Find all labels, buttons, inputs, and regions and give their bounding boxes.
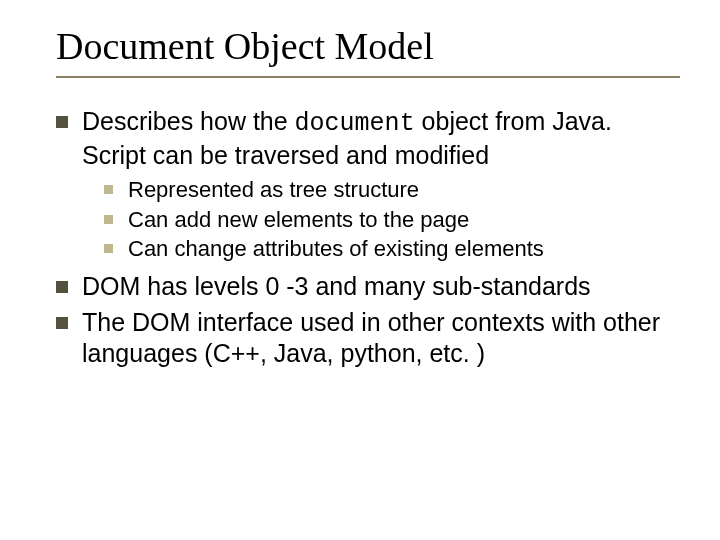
sub-bullet-text: Can add new elements to the page — [128, 207, 469, 232]
bullet-code: document — [295, 109, 415, 138]
sub-bullet-item: Represented as tree structure — [104, 176, 680, 204]
bullet-item: Describes how the document object from J… — [56, 106, 680, 263]
bullet-text: The DOM interface used in other contexts… — [82, 308, 660, 367]
sub-bullet-text: Can change attributes of existing elemen… — [128, 236, 544, 261]
sub-bullet-item: Can change attributes of existing elemen… — [104, 235, 680, 263]
sub-bullet-text: Represented as tree structure — [128, 177, 419, 202]
slide-title: Document Object Model — [56, 24, 680, 68]
sub-bullet-item: Can add new elements to the page — [104, 206, 680, 234]
bullet-text: DOM has levels 0 -3 and many sub-standar… — [82, 272, 591, 300]
bullet-item: The DOM interface used in other contexts… — [56, 307, 680, 368]
bullet-item: DOM has levels 0 -3 and many sub-standar… — [56, 271, 680, 302]
title-underline — [56, 76, 680, 78]
bullet-list: Describes how the document object from J… — [56, 106, 680, 368]
sub-bullet-list: Represented as tree structure Can add ne… — [104, 176, 680, 263]
bullet-text-pre: Describes how the — [82, 107, 295, 135]
slide: Document Object Model Describes how the … — [0, 0, 720, 540]
